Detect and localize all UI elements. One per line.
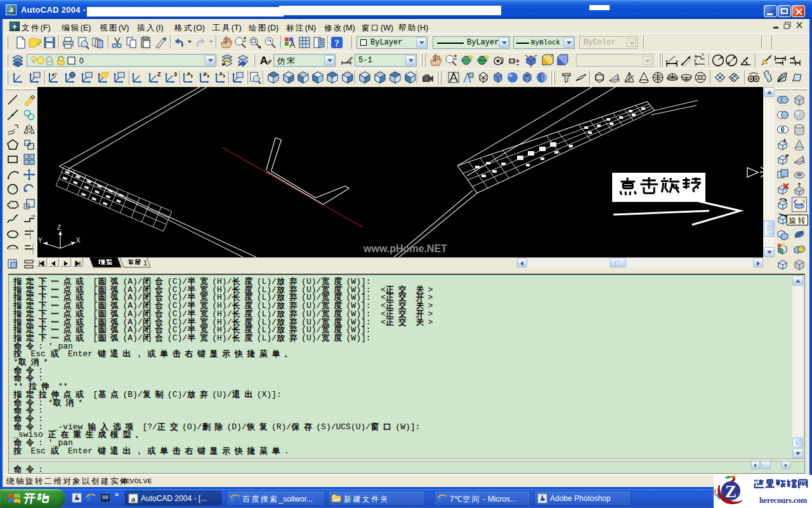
svg-text:1: 1 xyxy=(143,259,147,267)
svg-text:z: z xyxy=(219,70,222,76)
svg-text:y: y xyxy=(204,70,207,76)
svg-text:A: A xyxy=(260,55,268,67)
svg-text:X: X xyxy=(76,237,81,244)
svg-text:3: 3 xyxy=(174,71,177,77)
svg-text:www.pHome.NET: www.pHome.NET xyxy=(363,243,447,254)
svg-text:a: a xyxy=(131,494,136,504)
svg-text:Z: Z xyxy=(157,71,161,77)
svg-text:0: 0 xyxy=(79,57,84,65)
svg-text:x: x xyxy=(187,70,190,76)
svg-text:y: y xyxy=(694,58,697,63)
svg-text:x: x xyxy=(702,53,704,57)
svg-text:Y: Y xyxy=(38,237,43,244)
svg-text:Z: Z xyxy=(57,224,61,231)
svg-text:?: ? xyxy=(334,38,339,48)
